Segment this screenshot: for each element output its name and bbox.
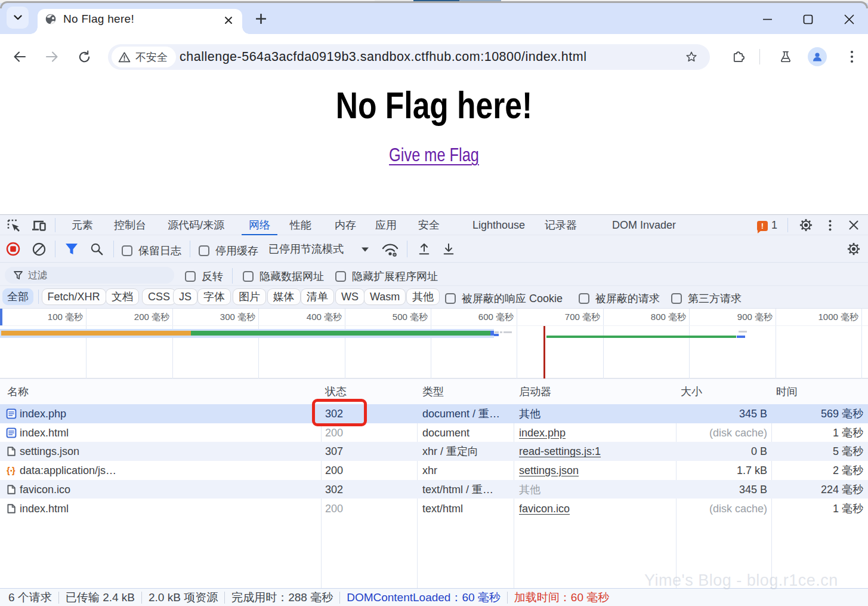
devtools-tab[interactable]: 元素 <box>64 215 100 235</box>
filter-button[interactable] <box>63 241 80 257</box>
filter-chip[interactable]: 其他 <box>406 288 440 305</box>
chip-checkbox-label: 被屏蔽的响应 Cookie <box>462 291 563 306</box>
extensions-button[interactable] <box>727 46 749 67</box>
disable-cache-checkbox[interactable]: 停用缓存 <box>199 244 258 258</box>
devtools-tab[interactable]: 源代码/来源 <box>160 215 231 235</box>
devtools-settings-button[interactable] <box>798 218 813 232</box>
column-header[interactable]: 启动器 <box>519 380 551 404</box>
request-name[interactable]: index.php <box>20 404 315 423</box>
initiator[interactable]: favicon.ico <box>519 499 671 518</box>
network-settings-button[interactable] <box>845 241 862 257</box>
hide-data-urls-checkbox[interactable]: 隐藏数据网址 <box>243 269 324 284</box>
browser-tab[interactable]: No Flag here! <box>38 9 242 34</box>
request-name[interactable]: index.html <box>20 423 315 442</box>
network-conditions-button[interactable] <box>381 241 400 259</box>
filter-chip[interactable]: 媒体 <box>267 288 301 305</box>
filter-input[interactable]: 过滤 <box>5 267 174 284</box>
filter-chip[interactable]: 全部 <box>2 288 33 305</box>
reload-button[interactable] <box>71 44 97 70</box>
column-header[interactable]: 时间 <box>776 380 798 404</box>
devtools-tab[interactable]: 内存 <box>328 215 363 235</box>
devtools-tab[interactable]: DOM Invader <box>605 215 683 235</box>
column-header[interactable]: 类型 <box>422 380 444 404</box>
chip-checkbox[interactable]: 被屏蔽的请求 <box>579 291 660 306</box>
filter-chip[interactable]: WS <box>335 288 365 305</box>
initiator[interactable]: read-settings.js:1 <box>519 442 671 461</box>
throttling-dropdown[interactable]: 已停用节流模式 <box>268 235 344 263</box>
record-network-log-button[interactable] <box>5 241 21 257</box>
request-name[interactable]: data:application/js… <box>20 461 315 480</box>
export-har-button[interactable] <box>440 241 457 257</box>
timeline-label: 200 毫秒 <box>107 309 169 325</box>
address-bar[interactable]: 不安全 challenge-564a3acfda0919b3.sandbox.c… <box>108 44 710 70</box>
devtools-tab[interactable]: 性能 <box>283 215 319 235</box>
download-icon <box>442 242 455 256</box>
devtools-tab-active[interactable]: 网络 <box>242 215 277 235</box>
filter-chip[interactable]: JS <box>173 288 197 305</box>
network-request-row[interactable]: index.html200text/htmlfavicon.ico(disk c… <box>0 499 868 518</box>
profile-avatar[interactable] <box>808 47 827 66</box>
device-toolbar-button[interactable] <box>32 219 47 233</box>
size: (disk cache) <box>680 423 767 442</box>
network-request-row[interactable]: index.html200documentindex.php(disk cach… <box>0 423 868 442</box>
filter-chip[interactable]: Fetch/XHR <box>42 288 106 305</box>
filter-chip[interactable]: 清单 <box>301 288 334 305</box>
tab-search-button[interactable] <box>7 7 29 29</box>
close-icon <box>224 16 233 24</box>
chip-checkbox[interactable]: 第三方请求 <box>671 291 742 306</box>
window-minimize-button[interactable] <box>760 12 774 26</box>
chip-checkbox[interactable]: 被屏蔽的响应 Cookie <box>445 291 563 306</box>
devtools-tab[interactable]: 控制台 <box>107 215 153 235</box>
devtools-close-button[interactable] <box>847 218 861 232</box>
experiments-flask-button[interactable] <box>775 46 796 67</box>
hide-extension-urls-checkbox[interactable]: 隐藏扩展程序网址 <box>335 269 438 284</box>
clear-network-log-button[interactable] <box>30 241 47 257</box>
invert-filter-checkbox[interactable]: 反转 <box>185 269 223 284</box>
globe-favicon-icon <box>45 13 57 25</box>
table-header[interactable]: 名称状态类型启动器大小时间 <box>0 379 868 404</box>
network-request-row[interactable]: favicon.ico302text/html / 重…其他345 B224 毫… <box>0 480 868 499</box>
request-name[interactable]: index.html <box>20 499 315 518</box>
chevron-down-icon <box>14 15 22 20</box>
network-overview-timeline[interactable]: 100 毫秒200 毫秒300 毫秒400 毫秒500 毫秒600 毫秒700 … <box>0 309 868 379</box>
filter-chip[interactable]: Wasm <box>364 288 406 305</box>
initiator[interactable]: 其他 <box>519 404 671 423</box>
column-header[interactable]: 名称 <box>7 380 29 404</box>
give-me-flag-link[interactable]: Give me Flag <box>85 146 783 165</box>
devtools-menu-button[interactable] <box>824 218 836 232</box>
request-name[interactable]: settings.json <box>20 442 315 461</box>
network-request-row[interactable]: {}data:application/js…200xhrsettings.jso… <box>0 461 868 480</box>
filter-chip[interactable]: 图片 <box>233 288 266 305</box>
network-request-row[interactable]: settings.json307xhr / 重定向read-settings.j… <box>0 442 868 461</box>
filter-chip[interactable]: 字体 <box>197 288 231 305</box>
window-maximize-button[interactable] <box>801 12 815 26</box>
preserve-log-checkbox[interactable]: 保留日志 <box>122 244 181 258</box>
initiator[interactable]: settings.json <box>519 461 671 480</box>
initiator[interactable]: 其他 <box>519 480 671 499</box>
import-har-button[interactable] <box>416 241 433 257</box>
status-code: 200 <box>325 461 412 480</box>
error-badge-icon[interactable]: ! <box>757 221 768 231</box>
initiator[interactable]: index.php <box>519 423 671 442</box>
back-button[interactable] <box>7 44 33 70</box>
window-close-button[interactable] <box>842 12 856 26</box>
tab-close-button[interactable] <box>222 14 235 27</box>
browser-menu-button[interactable] <box>841 46 863 67</box>
bookmark-star-button[interactable] <box>681 46 702 67</box>
search-network-button[interactable] <box>88 241 105 257</box>
devtools-tab[interactable]: 安全 <box>411 215 447 235</box>
dropdown-caret-icon[interactable] <box>361 247 369 253</box>
filter-chip[interactable]: CSS <box>142 288 176 305</box>
inspect-element-button[interactable] <box>7 219 21 233</box>
devtools-tab[interactable]: Lighthouse <box>465 215 532 235</box>
devtools-tab[interactable]: 记录器 <box>538 215 584 235</box>
security-chip[interactable]: 不安全 <box>112 47 176 67</box>
forward-button[interactable] <box>39 44 65 70</box>
filter-chip[interactable]: 文档 <box>106 288 139 305</box>
gear-icon <box>847 242 860 256</box>
network-request-row[interactable]: index.php302document / 重…其他345 B569 毫秒 <box>0 404 868 423</box>
column-header[interactable]: 大小 <box>681 380 702 404</box>
devtools-tab[interactable]: 应用 <box>368 215 404 235</box>
new-tab-button[interactable] <box>252 10 270 27</box>
request-name[interactable]: favicon.ico <box>20 480 315 499</box>
